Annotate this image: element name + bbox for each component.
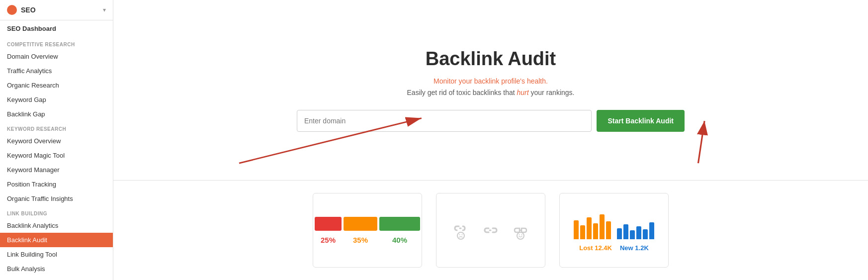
- sidebar-item-keyword-manager[interactable]: Keyword Manager: [0, 163, 113, 177]
- sidebar-item-bulk-analysis[interactable]: Bulk Analysis: [0, 262, 113, 276]
- domain-input[interactable]: [297, 110, 592, 132]
- subtitle-before: Easily get rid of toxic backlinks that: [407, 89, 517, 96]
- bar-red: [315, 217, 342, 231]
- bar-chart: [571, 209, 657, 239]
- search-row: Start Backlink Audit: [297, 110, 685, 132]
- section-header-link-building: LINK BUILDING: [0, 206, 113, 218]
- lost-new-card: Lost 12.4K New 1.2K: [559, 193, 669, 268]
- sidebar-item-backlink-analytics[interactable]: Backlink Analytics: [0, 218, 113, 233]
- sidebar-item-position-tracking[interactable]: Position Tracking: [0, 177, 113, 191]
- cards-section: 25% 35% 40%: [113, 181, 868, 280]
- sidebar-item-organic-traffic-insights[interactable]: Organic Traffic Insights: [0, 191, 113, 206]
- bar-lost-1: [574, 220, 579, 239]
- hero-section: Backlink Audit Monitor your backlink pro…: [113, 0, 868, 181]
- chain-icons-row: [450, 219, 531, 241]
- sidebar-item-link-building-tool[interactable]: Link Building Tool: [0, 247, 113, 262]
- bar-new-3: [630, 230, 635, 239]
- svg-point-12: [521, 234, 522, 235]
- subtitle-after: your rankings.: [529, 89, 575, 96]
- svg-point-11: [519, 234, 520, 235]
- main-content: Backlink Audit Monitor your backlink pro…: [113, 0, 868, 280]
- subtitle-hurt: hurt: [517, 89, 529, 96]
- svg-point-10: [517, 232, 524, 239]
- bar-new-1: [617, 228, 622, 239]
- bar-label-green: 40%: [379, 236, 420, 244]
- bar-new-5: [643, 229, 648, 239]
- page-subtitle: Monitor your backlink profile's health. …: [407, 76, 575, 98]
- bar-lost-3: [587, 217, 592, 239]
- chevron-down-icon: ▾: [103, 6, 106, 13]
- start-backlink-audit-button[interactable]: Start Backlink Audit: [597, 110, 685, 132]
- svg-point-6: [459, 234, 460, 235]
- bar-orange: [344, 217, 377, 231]
- subtitle-highlight: Monitor your backlink profile's health.: [434, 77, 548, 85]
- seo-icon: [7, 5, 17, 15]
- toxicity-card: 25% 35% 40%: [313, 193, 422, 268]
- sidebar-section-keyword-research: KEYWORD RESEARCH Keyword Overview Keywor…: [0, 121, 113, 206]
- sidebar-item-seo-dashboard[interactable]: SEO Dashboard: [0, 20, 113, 37]
- sidebar-item-domain-overview[interactable]: Domain Overview: [0, 49, 113, 64]
- chart-labels: Lost 12.4K New 1.2K: [579, 244, 649, 252]
- lost-label: Lost 12.4K: [579, 244, 612, 252]
- bar-labels: 25% 35% 40%: [315, 236, 420, 244]
- section-header-on-page: ON PAGE & TECH SEO: [0, 276, 113, 280]
- backlink-status-card: [436, 193, 545, 268]
- section-header-keyword: KEYWORD RESEARCH: [0, 121, 113, 134]
- bar-new-4: [636, 226, 641, 239]
- sidebar-item-keyword-magic-tool[interactable]: Keyword Magic Tool: [0, 148, 113, 163]
- bar-lost-4: [593, 223, 598, 239]
- sidebar-item-keyword-gap[interactable]: Keyword Gap: [0, 93, 113, 107]
- svg-point-5: [457, 232, 464, 239]
- bar-label-orange: 35%: [344, 236, 377, 244]
- sidebar-item-organic-research[interactable]: Organic Research: [0, 78, 113, 93]
- section-header-competitive: COMPETITIVE RESEARCH: [0, 37, 113, 49]
- sidebar-section-on-page-tech-seo: ON PAGE & TECH SEO: [0, 276, 113, 280]
- bar-lost-6: [606, 221, 611, 239]
- chain-happy-icon: [510, 219, 531, 241]
- broken-chain-sad-icon: [450, 219, 472, 241]
- sidebar-item-backlink-audit[interactable]: Backlink Audit: [0, 233, 113, 247]
- sidebar-item-keyword-overview[interactable]: Keyword Overview: [0, 134, 113, 148]
- bar-label-red: 25%: [315, 236, 342, 244]
- svg-point-7: [462, 234, 463, 235]
- sidebar-item-backlink-gap[interactable]: Backlink Gap: [0, 107, 113, 121]
- sidebar-section-competitive-research: COMPETITIVE RESEARCH Domain Overview Tra…: [0, 37, 113, 121]
- new-label: New 1.2K: [620, 244, 649, 252]
- sidebar: SEO ▾ SEO Dashboard COMPETITIVE RESEARCH…: [0, 0, 113, 280]
- sidebar-item-traffic-analytics[interactable]: Traffic Analytics: [0, 64, 113, 78]
- broken-chain-icon: [480, 219, 502, 241]
- sidebar-app-title: SEO: [21, 6, 103, 14]
- toxicity-bars: [315, 217, 420, 231]
- page-title: Backlink Audit: [426, 48, 556, 70]
- bar-lost-5: [600, 214, 605, 239]
- svg-line-3: [698, 121, 704, 163]
- sidebar-section-link-building: LINK BUILDING Backlink Analytics Backlin…: [0, 206, 113, 276]
- bar-new-6: [649, 222, 654, 239]
- sidebar-header[interactable]: SEO ▾: [0, 0, 113, 20]
- bar-lost-2: [580, 225, 585, 239]
- bar-new-2: [623, 224, 628, 239]
- bar-green: [379, 217, 420, 231]
